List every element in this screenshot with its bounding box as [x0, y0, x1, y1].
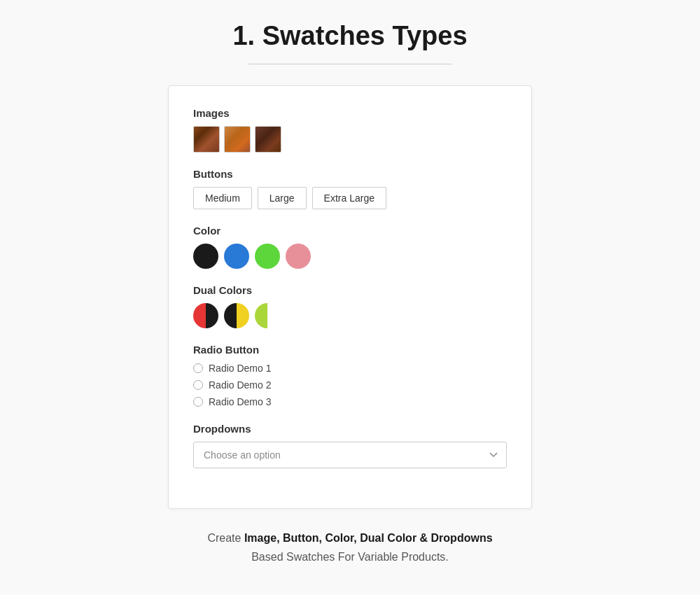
radio-item-1[interactable]: Radio Demo 1	[193, 363, 507, 374]
color-swatch-pink[interactable]	[286, 244, 311, 269]
color-swatch-black[interactable]	[193, 244, 218, 269]
color-swatches-group	[193, 244, 507, 269]
radio-circle-3	[193, 397, 203, 407]
buttons-label: Buttons	[193, 168, 507, 180]
dual-swatch-black-yellow[interactable]	[224, 303, 249, 328]
buttons-section: Buttons Medium Large Extra Large	[193, 168, 507, 209]
divider	[248, 64, 451, 64]
dropdown-select[interactable]: Choose an option	[193, 442, 507, 468]
radio-item-3-label: Radio Demo 3	[209, 396, 272, 407]
color-section: Color	[193, 225, 507, 269]
dropdown-label: Dropdowns	[193, 423, 507, 435]
radio-item-3[interactable]: Radio Demo 3	[193, 396, 507, 407]
dropdown-section: Dropdowns Choose an option	[193, 423, 507, 468]
radio-label: Radio Button	[193, 344, 507, 356]
image-swatches-group	[193, 126, 507, 153]
image-swatch-1[interactable]	[193, 126, 220, 153]
image-swatch-3[interactable]	[255, 126, 281, 153]
radio-item-1-label: Radio Demo 1	[209, 363, 272, 374]
radio-group: Radio Demo 1 Radio Demo 2 Radio Demo 3	[193, 363, 507, 407]
images-section: Images	[193, 107, 507, 153]
footer-suffix: Based Swatches For Variable Products.	[251, 551, 449, 563]
swatches-card: Images Buttons Medium Large Extra Large …	[168, 85, 532, 509]
radio-item-2[interactable]: Radio Demo 2	[193, 379, 507, 391]
button-swatch-large[interactable]: Large	[258, 187, 307, 209]
footer-text: Create Image, Button, Color, Dual Color …	[207, 528, 492, 566]
radio-section: Radio Button Radio Demo 1 Radio Demo 2 R…	[193, 344, 507, 407]
button-swatch-extra-large[interactable]: Extra Large	[312, 187, 386, 209]
footer-highlight: Image, Button, Color, Dual Color & Dropd…	[244, 532, 493, 544]
dual-colors-label: Dual Colors	[193, 284, 507, 296]
radio-circle-1	[193, 363, 203, 373]
image-swatch-2[interactable]	[224, 126, 251, 153]
dual-swatch-green-white[interactable]	[255, 303, 280, 328]
radio-item-2-label: Radio Demo 2	[209, 379, 272, 391]
dual-colors-section: Dual Colors	[193, 284, 507, 328]
dual-color-swatches-group	[193, 303, 507, 328]
color-label: Color	[193, 225, 507, 237]
color-swatch-green[interactable]	[255, 244, 280, 269]
radio-circle-2	[193, 380, 203, 390]
images-label: Images	[193, 107, 507, 119]
dual-swatch-red-black[interactable]	[193, 303, 218, 328]
page-title: 1. Swatches Types	[232, 21, 467, 51]
color-swatch-blue[interactable]	[224, 244, 249, 269]
footer-prefix: Create	[207, 532, 244, 544]
button-swatch-medium[interactable]: Medium	[193, 187, 252, 209]
button-swatches-group: Medium Large Extra Large	[193, 187, 507, 209]
